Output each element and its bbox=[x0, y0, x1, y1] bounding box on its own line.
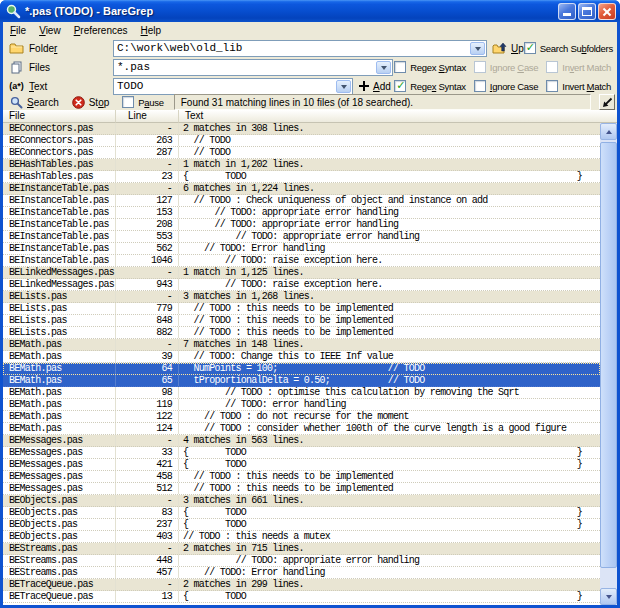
result-row[interactable]: BEMath.pas 119 // TODO: error handling bbox=[3, 399, 600, 411]
result-row[interactable]: BETraceQueue.pas - 2 matches in 299 line… bbox=[3, 579, 600, 591]
close-button[interactable] bbox=[598, 3, 616, 20]
result-row[interactable]: BEMessages.pas 421 { TODO } bbox=[3, 459, 600, 471]
result-row[interactable]: BEInstanceTable.pas 208 // TODO: appropr… bbox=[3, 219, 600, 231]
result-row[interactable]: BEConnectors.pas - 2 matches in 308 line… bbox=[3, 123, 600, 135]
result-row[interactable]: BEMessages.pas - 4 matches in 563 lines. bbox=[3, 435, 600, 447]
result-row[interactable]: BEInstanceTable.pas 127 // TODO : Check … bbox=[3, 195, 600, 207]
result-file-cell: BEConnectors.pas bbox=[3, 123, 116, 134]
result-line-cell: 13 bbox=[116, 591, 179, 602]
result-row[interactable]: BEHashTables.pas - 1 match in 1,202 line… bbox=[3, 159, 600, 171]
scroll-up-button[interactable] bbox=[600, 123, 617, 140]
files-regex-syntax-checkbox[interactable]: Regex Syntax bbox=[394, 61, 466, 73]
result-row[interactable]: BEInstanceTable.pas 1046 // TODO: raise … bbox=[3, 255, 600, 267]
result-row[interactable]: BEConnectors.pas 263 // TODO bbox=[3, 135, 600, 147]
stop-button[interactable]: Stop bbox=[72, 96, 110, 109]
search-subfolders-checkbox[interactable]: Search Subfolders bbox=[524, 42, 613, 54]
result-line-cell: 33 bbox=[116, 447, 179, 458]
vertical-scrollbar[interactable] bbox=[600, 123, 617, 605]
result-row[interactable]: BEMessages.pas 512 // TODO : this needs … bbox=[3, 483, 600, 495]
result-row[interactable]: BEHashTables.pas 23 { TODO } bbox=[3, 171, 600, 183]
result-row[interactable]: BELists.pas 882 // TODO : this needs to … bbox=[3, 327, 600, 339]
result-text-cell: 6 matches in 1,224 lines. bbox=[179, 183, 600, 194]
menu-item[interactable]: File bbox=[5, 24, 31, 37]
text-ignore-case-checkbox[interactable]: Ignore Case bbox=[474, 80, 538, 92]
files-invert-match-checkbox[interactable]: Invert Match bbox=[546, 61, 611, 73]
result-row[interactable]: BEInstanceTable.pas 553 // TODO: appropr… bbox=[3, 231, 600, 243]
result-row[interactable]: BEMath.pas 124 // TODO : consider whethe… bbox=[3, 423, 600, 435]
column-header-file[interactable]: File bbox=[3, 110, 116, 123]
maximize-button[interactable] bbox=[578, 3, 596, 20]
up-button[interactable]: Up bbox=[492, 42, 524, 54]
pointer-tool-button[interactable] bbox=[599, 94, 615, 110]
text-regex-syntax-checkbox[interactable]: Regex Syntax bbox=[394, 80, 466, 92]
result-file-cell: BEMath.pas bbox=[3, 423, 116, 434]
result-row[interactable]: BEInstanceTable.pas - 6 matches in 1,224… bbox=[3, 183, 600, 195]
text-invert-match-checkbox[interactable]: Invert Match bbox=[546, 80, 611, 92]
result-file-cell: BEHashTables.pas bbox=[3, 159, 116, 170]
result-row[interactable]: BEMath.pas 122 // TODO : do not recurse … bbox=[3, 411, 600, 423]
add-button[interactable]: Add bbox=[359, 81, 391, 92]
pause-checkbox[interactable]: Pause bbox=[122, 96, 163, 108]
checkbox-box bbox=[546, 61, 558, 73]
result-row[interactable]: BEMath.pas 39 // TODO: Change this to IE… bbox=[3, 351, 600, 363]
result-file-cell: BEInstanceTable.pas bbox=[3, 183, 116, 194]
result-row[interactable]: BEInstanceTable.pas 562 // TODO: Error h… bbox=[3, 243, 600, 255]
text-invert-match-label: Invert Match bbox=[562, 81, 611, 92]
result-row[interactable]: BELinkedMessages.pas 943 // TODO: raise … bbox=[3, 279, 600, 291]
text-dropdown-arrow[interactable] bbox=[336, 80, 351, 93]
column-header-text[interactable]: Text bbox=[179, 110, 617, 123]
result-row[interactable]: BEStreams.pas 448 // TODO: appropriate e… bbox=[3, 555, 600, 567]
result-line-cell: 779 bbox=[116, 303, 179, 314]
result-text-cell: 3 matches in 1,268 lines. bbox=[179, 291, 600, 302]
result-row[interactable]: BEMath.pas 64 NumPoints = 100; // TODO bbox=[3, 363, 600, 375]
menu-item[interactable]: View bbox=[34, 24, 66, 37]
files-regex-syntax-label: Regex Syntax bbox=[410, 62, 466, 73]
result-file-cell: BEStreams.pas bbox=[3, 555, 116, 566]
text-combobox[interactable]: TODO bbox=[113, 78, 353, 95]
minimize-button[interactable] bbox=[558, 3, 576, 20]
title-bar[interactable]: *.pas (TODO) - BareGrep bbox=[0, 0, 620, 22]
folder-combobox[interactable]: C:\work\web\old_lib bbox=[113, 40, 487, 57]
result-row[interactable]: BELists.pas 848 // TODO : this needs to … bbox=[3, 315, 600, 327]
scrollbar-thumb[interactable] bbox=[600, 142, 617, 568]
menu-item[interactable]: Preferences bbox=[69, 24, 133, 37]
column-header-line[interactable]: Line bbox=[116, 110, 179, 123]
search-button[interactable]: Search bbox=[10, 96, 59, 109]
result-text-cell: // TODO : this needs to be implemented bbox=[179, 483, 600, 494]
result-row[interactable]: BEMessages.pas 33 { TODO } bbox=[3, 447, 600, 459]
result-text-cell: // TODO : consider whether 100th of the … bbox=[179, 423, 600, 434]
result-row[interactable]: BELists.pas 779 // TODO : this needs to … bbox=[3, 303, 600, 315]
result-row[interactable]: BEMath.pas - 7 matches in 148 lines. bbox=[3, 339, 600, 351]
menu-item[interactable]: Help bbox=[136, 24, 167, 37]
result-row[interactable]: BEConnectors.pas 287 // TODO bbox=[3, 147, 600, 159]
text-value[interactable]: TODO bbox=[114, 79, 335, 94]
result-text-cell: { TODO } bbox=[179, 459, 600, 470]
files-dropdown-arrow[interactable] bbox=[376, 61, 391, 74]
result-row[interactable]: BEObjects.pas 83 { TODO } bbox=[3, 507, 600, 519]
result-row[interactable]: BEObjects.pas - 3 matches in 661 lines. bbox=[3, 495, 600, 507]
result-row[interactable]: BEObjects.pas 403 // TODO : this needs a… bbox=[3, 531, 600, 543]
result-row[interactable]: BETraceQueue.pas 13 { TODO } bbox=[3, 591, 600, 603]
result-row[interactable]: BEMath.pas 98 // TODO : optimise this ca… bbox=[3, 387, 600, 399]
result-row[interactable]: BEMessages.pas 458 // TODO : this needs … bbox=[3, 471, 600, 483]
result-row[interactable]: BEInstanceTable.pas 153 // TODO: appropr… bbox=[3, 207, 600, 219]
folder-icon bbox=[9, 42, 24, 54]
folder-dropdown-arrow[interactable] bbox=[470, 42, 485, 55]
result-row[interactable]: BEMath.pas 65 tProportionalDelta = 0.50;… bbox=[3, 375, 600, 387]
scroll-down-button[interactable] bbox=[600, 588, 617, 605]
result-file-cell: BEStreams.pas bbox=[3, 543, 116, 554]
result-row[interactable]: BELinkedMessages.pas - 1 match in 1,125 … bbox=[3, 267, 600, 279]
result-row[interactable]: BELists.pas - 3 matches in 1,268 lines. bbox=[3, 291, 600, 303]
files-ignore-case-checkbox[interactable]: Ignore Case bbox=[474, 61, 538, 73]
result-row[interactable]: BEStreams.pas - 2 matches in 715 lines. bbox=[3, 543, 600, 555]
files-combobox[interactable]: *.pas bbox=[113, 59, 393, 76]
result-text-cell: // TODO : do not recurse for the moment bbox=[179, 411, 600, 422]
files-value[interactable]: *.pas bbox=[114, 60, 375, 75]
result-file-cell: BEConnectors.pas bbox=[3, 147, 116, 158]
result-row[interactable]: BEObjects.pas 237 { TODO } bbox=[3, 519, 600, 531]
folder-value[interactable]: C:\work\web\old_lib bbox=[114, 41, 469, 56]
result-text-cell: 2 matches in 308 lines. bbox=[179, 123, 600, 134]
result-row[interactable]: BEStreams.pas 457 // TODO: Error handlin… bbox=[3, 567, 600, 579]
result-text-cell: // TODO : this needs to be implemented bbox=[179, 303, 600, 314]
result-line-cell: 237 bbox=[116, 519, 179, 530]
